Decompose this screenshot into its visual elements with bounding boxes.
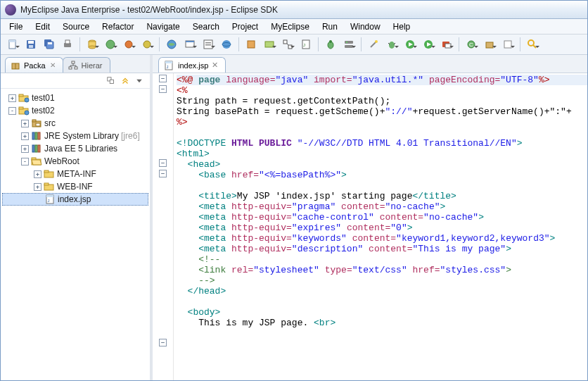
code-line[interactable]: <link rel="stylesheet" type="text/css" h… <box>177 265 587 275</box>
editor-tab-indexjsp[interactable]: J index.jsp ✕ <box>158 57 226 73</box>
server-button[interactable] <box>341 37 357 52</box>
world-button[interactable] <box>164 37 179 52</box>
tree-item-src[interactable]: +src <box>2 117 148 130</box>
tree-item-web-inf[interactable]: +WEB-INF <box>2 180 148 193</box>
jsp-button[interactable]: J <box>298 37 314 52</box>
code-line[interactable]: <meta http-equiv="pragma" content="no-ca… <box>177 201 587 212</box>
code-line[interactable]: --> <box>177 275 587 286</box>
collapse-all-button[interactable] <box>105 75 117 87</box>
expand-icon[interactable]: + <box>34 170 41 178</box>
expand-icon[interactable]: + <box>34 183 41 191</box>
code-line[interactable]: String path = request.getContextPath(); <box>177 96 587 106</box>
wand-button[interactable] <box>366 37 381 52</box>
tree-item-meta-inf[interactable]: +META-INF <box>2 168 148 180</box>
code-line[interactable]: <meta http-equiv="keywords" content="key… <box>177 233 587 244</box>
code-line[interactable] <box>177 127 587 138</box>
fold-marker[interactable]: − <box>159 85 167 93</box>
menu-help[interactable]: Help <box>388 20 416 33</box>
db-button[interactable] <box>84 37 100 52</box>
code-line[interactable]: <% <box>177 85 587 96</box>
menu-navigate[interactable]: Navigate <box>141 20 185 33</box>
framework-button[interactable] <box>262 37 277 52</box>
ejb-button[interactable] <box>121 37 136 52</box>
code-line[interactable]: <meta http-equiv="description" content="… <box>177 244 587 254</box>
sidebar-tabs: Packa ✕ Hierar <box>1 55 150 73</box>
run-button[interactable] <box>402 37 418 52</box>
menu-search[interactable]: Search <box>187 20 225 33</box>
save-all-button[interactable] <box>41 37 57 52</box>
new-button[interactable] <box>5 37 20 52</box>
fold-marker[interactable]: − <box>159 159 167 167</box>
code-line[interactable]: <meta http-equiv="expires" content="0"> <box>177 223 587 233</box>
collapse-icon[interactable]: - <box>21 158 29 165</box>
menu-refactor[interactable]: Refactor <box>96 20 139 33</box>
tree-item-java-ee-5-libraries[interactable]: +Java EE 5 Libraries <box>2 142 148 155</box>
code-line[interactable]: %> <box>177 117 587 127</box>
code-line[interactable] <box>177 180 587 191</box>
bug-button[interactable] <box>323 37 338 52</box>
sidebar-toolbar <box>1 73 150 89</box>
new-class-button[interactable]: C <box>464 37 479 52</box>
code-line[interactable]: <title>My JSP 'index.jsp' starting page<… <box>177 191 587 201</box>
close-icon[interactable]: ✕ <box>212 61 218 70</box>
close-icon[interactable]: ✕ <box>50 61 56 69</box>
deploy-button[interactable] <box>139 37 155 52</box>
code-line[interactable] <box>177 296 587 307</box>
tree-item-index-jsp[interactable]: Jindex.jsp <box>2 193 148 206</box>
svg-rect-55 <box>72 61 75 63</box>
save-button[interactable] <box>23 37 39 52</box>
code-line[interactable]: <base href="<%=basePath%>"> <box>177 170 587 180</box>
menu-myeclipse[interactable]: MyEclipse <box>265 20 315 33</box>
debug-button[interactable] <box>384 37 400 52</box>
tree-item-jre-system-library[interactable]: +JRE System Library [jre6] <box>2 130 148 142</box>
code-line[interactable]: <html> <box>177 149 587 159</box>
web-project-button[interactable] <box>103 37 118 52</box>
code-line[interactable]: <body> <box>177 307 587 318</box>
form-button[interactable] <box>200 37 216 52</box>
fold-marker[interactable]: − <box>159 339 167 346</box>
fold-marker[interactable]: − <box>159 170 167 177</box>
code-line[interactable]: String basePath = request.getScheme()+":… <box>177 106 587 117</box>
svg-rect-27 <box>288 45 292 49</box>
expand-icon[interactable]: + <box>21 120 29 127</box>
collapse-icon[interactable]: - <box>8 107 16 115</box>
code-editor[interactable]: <%@ page language="java" import="java.ut… <box>174 73 587 380</box>
code-line[interactable]: <%@ page language="java" import="java.ut… <box>177 75 587 85</box>
external-button[interactable] <box>439 37 454 52</box>
struts-button[interactable] <box>243 37 259 52</box>
menu-window[interactable]: Window <box>345 20 386 33</box>
code-line[interactable]: <!-- <box>177 254 587 265</box>
tree-item-test02[interactable]: -test02 <box>2 104 148 117</box>
fold-marker[interactable]: − <box>159 75 167 82</box>
code-line[interactable]: <!DOCTYPE HTML PUBLIC "-//W3C//DTD HTML … <box>177 138 587 149</box>
package-tree[interactable]: +test01-test02+src+JRE System Library [j… <box>1 89 150 380</box>
search-button[interactable] <box>525 37 540 52</box>
svg-line-28 <box>287 44 288 45</box>
menu-edit[interactable]: Edit <box>30 20 56 33</box>
tab-hierarchy[interactable]: Hierar <box>63 57 110 73</box>
view-menu-button[interactable] <box>133 75 146 87</box>
menu-source[interactable]: Source <box>57 20 95 33</box>
run-last-button[interactable] <box>421 37 436 52</box>
code-line[interactable]: </head> <box>177 286 587 296</box>
link-editor-button[interactable] <box>119 75 132 87</box>
uml-button[interactable] <box>280 37 295 52</box>
tree-item-test01[interactable]: +test01 <box>2 92 148 104</box>
tree-item-webroot[interactable]: -WebRoot <box>2 155 148 168</box>
applet-button[interactable] <box>182 37 198 52</box>
earth-button[interactable] <box>219 37 234 52</box>
menu-file[interactable]: File <box>4 20 28 33</box>
expand-icon[interactable]: + <box>21 145 29 153</box>
code-line[interactable]: <meta http-equiv="cache-control" content… <box>177 212 587 223</box>
print-button[interactable] <box>60 37 75 52</box>
new-package-button[interactable] <box>482 37 497 52</box>
expand-icon[interactable]: + <box>8 94 16 102</box>
menu-run[interactable]: Run <box>317 20 343 33</box>
code-line[interactable]: <head> <box>177 159 587 170</box>
open-type-button[interactable] <box>500 37 516 52</box>
fold-gutter[interactable]: −−−−− <box>153 73 174 380</box>
expand-icon[interactable]: + <box>21 132 29 140</box>
code-line[interactable]: This is my JSP page. <br> <box>177 318 587 328</box>
menu-project[interactable]: Project <box>226 20 264 33</box>
tab-package-explorer[interactable]: Packa ✕ <box>5 57 63 73</box>
